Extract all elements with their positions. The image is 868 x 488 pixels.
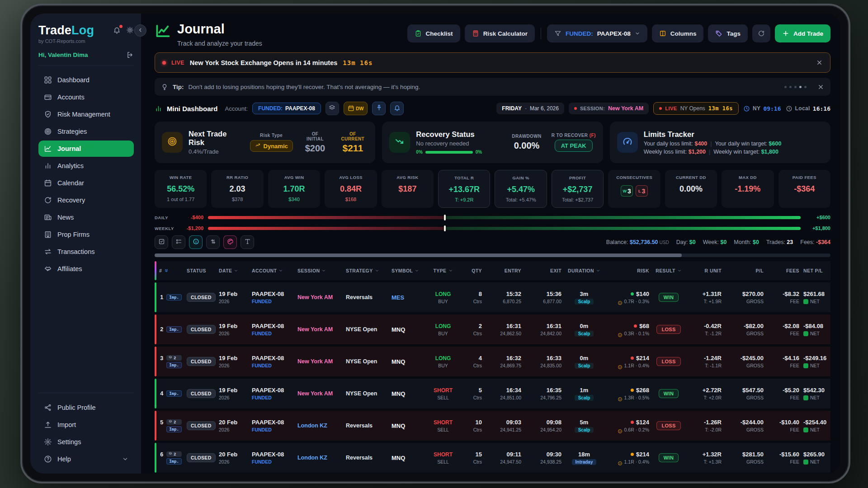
column-header-result[interactable]: RESULT [653,268,684,273]
sidebar-item-help[interactable]: Help [38,451,134,467]
column-header-session[interactable]: SESSION [297,268,342,273]
tip-dot-2[interactable] [789,86,792,88]
tip-dot-5[interactable] [804,86,807,88]
status-badge: CLOSED [187,453,216,462]
imported-badge: Imp. [166,326,182,333]
sidebar-item-risk-management[interactable]: Risk Management [38,106,134,122]
table-row[interactable]: 1Imp.CLOSED19 Feb2026PAAPEX-08FUNDEDNew … [155,282,830,312]
cell-risk: $2141.1R · 0.4% [607,451,649,465]
entry-price: 24,862.50 [500,331,521,336]
cell-risk: $1240.6R · 0.2% [607,419,649,432]
cell-type: SHORTSELL [429,387,457,400]
column-header-[interactable]: # [159,268,183,273]
sidebar-item-news[interactable]: News [38,209,134,225]
table-row[interactable]: 32Imp.CLOSED19 Feb2026PAAPEX-08FUNDEDNew… [155,347,830,376]
daily-bar-track[interactable] [208,216,801,219]
risk-type-badge[interactable]: Dynamic [250,140,293,152]
sidebar-item-analytics[interactable]: Analytics [38,158,134,174]
column-header-duration[interactable]: DURATION [566,268,603,273]
tip-dot-1[interactable] [784,86,787,88]
refresh-button[interactable] [752,24,770,42]
cell-net: -$249.16NET [803,355,830,368]
pin-button[interactable] [372,102,386,115]
alerts-button[interactable] [390,102,404,115]
risk-calculator-button[interactable]: Risk Calculator [465,24,535,42]
column-header-strategy[interactable]: STRATEGY [346,268,387,273]
trade-number: 2 [160,326,163,333]
sidebar-item-calendar[interactable]: Calendar [38,175,134,191]
tip-close-icon[interactable] [817,84,824,90]
sort-tool[interactable] [206,235,220,249]
gear-icon [44,438,52,446]
tip-dot-3[interactable] [794,86,797,88]
stat-tile-total-r: TOTAL R+13.67RT: +9.2R [438,170,490,208]
risk-detail: 0.6R · 0.2% [618,427,649,432]
logout-icon[interactable] [126,51,134,59]
risk-amount: $68 [639,323,649,329]
month-value: $0 [753,239,759,245]
table-horizontal-scrollbar[interactable] [155,253,830,257]
sidebar-item-recovery[interactable]: Recovery [38,192,134,208]
sidebar-item-dashboard[interactable]: Dashboard [38,72,134,88]
table-row[interactable]: 62Imp.CLOSED20 Feb2026PAAPEX-08FUNDEDLon… [155,443,830,473]
cell-qty: 5Ctrs [461,387,482,400]
weekly-bar-track[interactable] [208,227,801,230]
notifications-bell-icon[interactable] [113,26,121,34]
banner-close-icon[interactable] [816,59,823,66]
sidebar-item-import[interactable]: Import [38,417,134,433]
layers-toggle-button[interactable] [326,102,339,115]
result-badge: WIN [659,293,679,302]
sidebar-item-label: Affiliates [57,265,82,272]
table-row[interactable]: 2Imp.CLOSED19 Feb2026PAAPEX-08FUNDEDNew … [155,314,830,344]
sidebar-item-public-profile[interactable]: Public Profile [38,399,134,416]
column-header-date[interactable]: DATE [219,268,248,273]
info-circle-icon [618,395,623,400]
sidebar-item-journal[interactable]: Journal [38,141,134,157]
cell-risk: $680.3R · 0.1% [607,323,649,336]
add-trade-button[interactable]: Add Trade [775,24,830,42]
net-detail: NET [803,427,820,432]
trade-date: 20 Feb [219,451,237,458]
sidebar-item-prop-firms[interactable]: Prop Firms [38,226,134,243]
columns-button[interactable]: Columns [652,24,704,42]
session-pill: SESSION:New York AM [569,103,649,114]
limit-bars: DAILY -$400 +$600 WEEKLY -$1,200 +$1 [155,214,830,232]
tags-button[interactable]: Tags [708,24,748,42]
cell-status: CLOSED [187,453,215,462]
strategy-name: NYSE Open [346,390,377,397]
column-header-label: SESSION [297,268,320,273]
daily-weekly-toggle-button[interactable]: DW [344,102,368,115]
table-row[interactable]: 52Imp.CLOSED20 Feb2026PAAPEX-08FUNDEDLon… [155,411,830,441]
account-name: PAAPEX-08 [252,323,284,329]
net-detail: NET [803,363,820,368]
sidebar-item-transactions[interactable]: Transactions [38,244,134,260]
theme-toggle-sun-icon[interactable] [126,26,134,34]
tip-dot-4[interactable] [799,86,802,88]
palette-tool[interactable] [223,235,237,249]
balance-value: $52,736.50 [630,239,658,245]
scrollbar-thumb[interactable] [155,253,682,257]
column-header-label: DURATION [568,268,594,273]
sidebar-item-affiliates[interactable]: Affiliates [38,261,134,277]
column-header-type[interactable]: TYPE [429,268,457,273]
info-tool[interactable] [189,235,203,249]
column-header-status: STATUS [187,268,215,273]
column-header-account[interactable]: ACCOUNT [252,268,293,273]
cell-status: CLOSED [187,325,215,334]
select-checkbox-tool[interactable] [155,235,168,249]
cell-exit: 16:3324,835.00 [525,355,561,368]
account-filter-dropdown[interactable]: FUNDED:PAAPEX-08 [547,24,647,42]
sidebar-item-strategies[interactable]: Strategies [38,123,134,140]
sidebar-collapse-button[interactable] [134,24,146,37]
cell-number: 1Imp. [159,294,183,300]
sidebar-item-accounts[interactable]: Accounts [38,89,134,105]
column-header-symbol[interactable]: SYMBOL [392,268,425,273]
cell-number: 62Imp. [159,451,183,465]
account-badge[interactable]: FUNDED:PAAPEX-08 [252,103,321,114]
sidebar-item-settings[interactable]: Settings [38,434,134,450]
text-size-tool[interactable] [241,235,254,249]
table-row[interactable]: 4Imp.CLOSED19 Feb2026PAAPEX-08FUNDEDNew … [155,379,830,408]
checklist-button[interactable]: Checklist [407,24,460,42]
net-pl-value: -$84.08 [803,323,823,329]
list-view-tool[interactable] [172,235,185,249]
